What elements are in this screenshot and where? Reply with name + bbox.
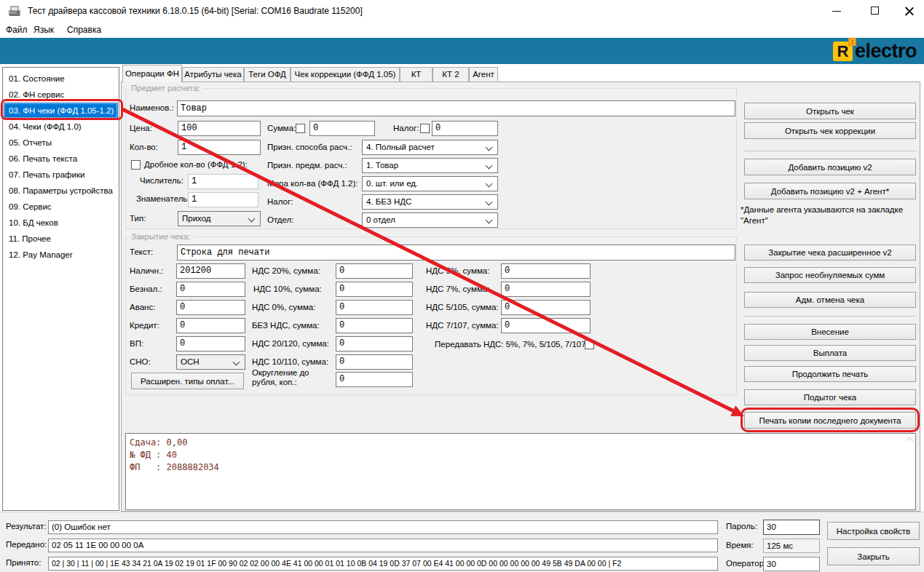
continue-print-button[interactable]: Продолжить печать xyxy=(744,366,916,382)
time-field[interactable]: 125 мс xyxy=(763,539,820,553)
request-sums-button[interactable]: Запрос необнуляемых сумм xyxy=(744,267,916,283)
price-field[interactable]: 100 xyxy=(178,121,261,136)
result-field[interactable]: (0) Ошибок нет xyxy=(48,520,718,534)
sidebar-item-device-params[interactable]: 08. Параметры устройства xyxy=(4,183,118,199)
add-position-v2-agent-button[interactable]: Добавить позицию v2 + Агент* xyxy=(744,183,916,199)
scroll-up-icon[interactable] xyxy=(907,437,913,442)
tab-kt[interactable]: КТ xyxy=(400,67,433,82)
sidebar-item-print-graphics[interactable]: 07. Печать графики xyxy=(4,167,118,183)
vat10-110-field[interactable]: 0 xyxy=(336,354,413,370)
tab-fn-operations[interactable]: Операции ФН xyxy=(122,65,182,82)
fractional-checkbox[interactable] xyxy=(131,160,141,170)
item-sign-combobox[interactable]: 1. Товар xyxy=(362,158,498,173)
console-output[interactable]: Сдача: 0,00 № ФД : 40 ФП : 2088882034 xyxy=(125,433,916,510)
vat0-field[interactable]: 0 xyxy=(336,300,413,315)
rounding-field[interactable]: 0 xyxy=(336,372,413,387)
dept-combobox[interactable]: 0 отдел xyxy=(362,212,498,228)
vat10-field[interactable]: 0 xyxy=(336,282,413,297)
tax-field[interactable]: 0 xyxy=(432,121,498,136)
vat0-label: НДС 0%, сумма: xyxy=(252,300,315,315)
sidebar-item-print-text[interactable]: 06. Печать текста xyxy=(4,151,118,167)
cash-field[interactable]: 201200 xyxy=(176,263,245,279)
vat7-field[interactable]: 0 xyxy=(501,282,591,297)
transfer-vat-checkbox[interactable] xyxy=(585,340,594,349)
qty-label: Кол-во: xyxy=(130,140,158,155)
sidebar-item-misc[interactable]: 11. Прочее xyxy=(4,231,118,247)
menu-help[interactable]: Справка xyxy=(63,22,106,38)
closing-group-title: Закрытие чека: xyxy=(128,231,194,242)
credit-field[interactable]: 0 xyxy=(176,318,245,333)
vat5-field[interactable]: 0 xyxy=(501,263,591,279)
sidebar-item-receipt-db[interactable]: 10. БД чеков xyxy=(4,215,118,231)
cashless-field[interactable]: 0 xyxy=(176,282,245,297)
tab-correction-receipt[interactable]: Чек коррекции (ФФД 1.05) xyxy=(291,67,400,82)
method-combobox[interactable]: 4. Полный расчет xyxy=(362,140,498,155)
transfer-vat-label: Передавать НДС: 5%, 7%, 5/105, 7/107 xyxy=(435,337,586,352)
sum-field[interactable]: 0 xyxy=(309,121,375,136)
close-icon[interactable] xyxy=(897,0,922,22)
type-combobox[interactable]: Приход xyxy=(178,211,261,226)
settings-button[interactable]: Настройка свойств xyxy=(827,522,920,540)
open-correction-button[interactable]: Открыть чек коррекции xyxy=(744,122,916,139)
text-field[interactable]: Строка для печати xyxy=(177,245,735,261)
sidebar-item-reports[interactable]: 05. Отчеты xyxy=(4,135,118,151)
sidebar-item-fn-receipts[interactable]: 03. ФН чеки (ФФД 1.05-1.2) xyxy=(4,103,118,119)
maximize-icon[interactable] xyxy=(863,0,888,22)
sidebar-item-fn-service[interactable]: 02. ФН сервис xyxy=(4,87,118,103)
vat20-field[interactable]: 0 xyxy=(336,263,413,279)
menu-language[interactable]: Язык xyxy=(29,22,58,38)
sidebar-item-state[interactable]: 01. Состояние xyxy=(4,71,118,87)
time-label: Время: xyxy=(726,538,754,553)
received-field[interactable]: 02 | 30 | 11 | 00 | 1E 43 34 21 0A 19 02… xyxy=(48,557,718,571)
cash-in-button[interactable]: Внесение xyxy=(744,324,916,340)
sent-field[interactable]: 02 05 11 1E 00 00 00 0A xyxy=(48,539,718,552)
sno-label: СНО: xyxy=(130,354,151,370)
tax-checkbox[interactable] xyxy=(420,124,430,133)
tab-ofd-tags[interactable]: Теги ОФД xyxy=(244,67,291,82)
numerator-label: Числитель: xyxy=(140,173,183,188)
sidebar-item-service[interactable]: 09. Сервис xyxy=(4,199,118,215)
sidebar-item-receipts-ffd10[interactable]: 04. Чеки (ФФД 1.0) xyxy=(4,119,118,135)
console-line-fd: № ФД : 40 xyxy=(130,449,915,461)
brand-logo: R2 electro xyxy=(833,40,917,62)
close-app-button[interactable]: Закрыть xyxy=(827,547,920,565)
app-icon xyxy=(7,4,22,17)
vat20-120-field[interactable]: 0 xyxy=(336,336,413,351)
advance-field[interactable]: 0 xyxy=(176,300,245,315)
vat7-107-field[interactable]: 0 xyxy=(501,318,591,333)
menu-file[interactable]: Файл xyxy=(1,22,32,38)
vat5-105-field[interactable]: 0 xyxy=(501,300,591,315)
qty-field[interactable]: 1 xyxy=(178,140,261,155)
operator-label: Оператор: xyxy=(726,556,766,571)
extended-payments-button[interactable]: Расширен. типы оплат... xyxy=(131,373,244,389)
sno-combobox[interactable]: ОСН xyxy=(176,354,245,370)
operator-field[interactable]: 30 xyxy=(763,557,820,571)
vat20-label: НДС 20%, сумма: xyxy=(252,263,320,279)
menu-bar: Файл Язык Справка xyxy=(0,22,924,38)
minimize-icon[interactable] xyxy=(824,0,849,22)
cash-out-button[interactable]: Выплата xyxy=(744,345,916,361)
measure-combobox[interactable]: 0. шт. или ед. xyxy=(362,176,498,191)
numerator-field[interactable]: 1 xyxy=(188,174,258,189)
tab-agent[interactable]: Агент xyxy=(469,67,498,82)
vat10-label: НДС 10%, сумма: xyxy=(253,282,322,297)
button-divider-2 xyxy=(744,316,916,317)
no-vat-field[interactable]: 0 xyxy=(336,318,413,333)
add-position-v2-button[interactable]: Добавить позицию v2 xyxy=(744,159,916,175)
close-receipt-ext-v2-button[interactable]: Закрытие чека расширенное v2 xyxy=(744,245,916,261)
sum-checkbox[interactable] xyxy=(296,124,305,133)
tab-receipt-attributes[interactable]: Атрибуты чека xyxy=(182,67,244,82)
sidebar-item-pay-manager[interactable]: 12. Pay Manager xyxy=(4,247,118,263)
subtotal-button[interactable]: Подытог чека xyxy=(744,389,916,405)
vp-field[interactable]: 0 xyxy=(176,336,245,351)
name-field[interactable]: Товар xyxy=(177,100,735,116)
password-field[interactable]: 30 xyxy=(763,520,820,535)
no-vat-label: БЕЗ НДС, сумма: xyxy=(252,318,320,333)
denominator-field[interactable]: 1 xyxy=(188,192,258,207)
logo-name: electro xyxy=(855,40,917,63)
open-receipt-button[interactable]: Открыть чек xyxy=(744,103,916,119)
print-copy-button[interactable]: Печать копии последнего документа xyxy=(744,412,916,429)
adm-cancel-button[interactable]: Адм. отмена чека xyxy=(744,292,916,308)
tab-kt2[interactable]: КТ 2 xyxy=(433,67,469,82)
tax2-combobox[interactable]: 4. БЕЗ НДС xyxy=(362,194,498,210)
